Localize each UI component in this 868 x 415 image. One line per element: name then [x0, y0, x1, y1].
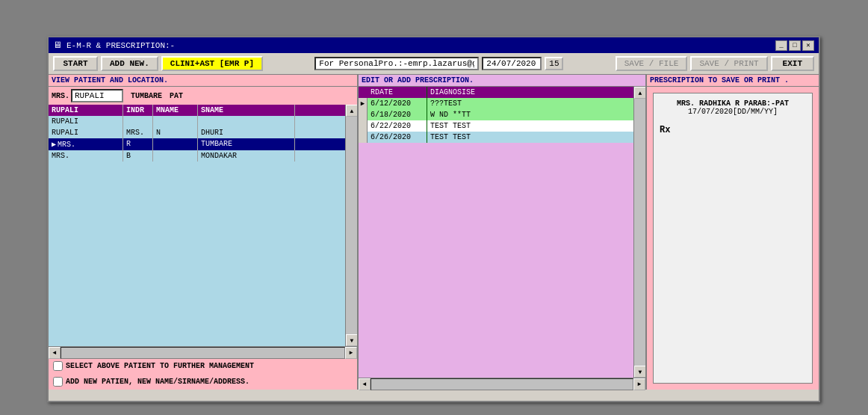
- rx-date: 6/12/2020: [368, 98, 427, 109]
- close-button[interactable]: ✕: [802, 40, 814, 51]
- col2-label: TUMBARE: [131, 92, 162, 100]
- rx-diag: W ND **TT: [427, 109, 645, 120]
- patient-table-hscrollbar[interactable]: ◄ ►: [49, 346, 357, 358]
- prescription-patient-name: MRS. RADHIKA R PARAB:-PAT: [660, 99, 806, 108]
- scroll-h-track[interactable]: [371, 378, 633, 390]
- right-section-label: PRESCRIPTION TO SAVE OR PRINT .: [647, 75, 819, 87]
- email-field[interactable]: [314, 57, 479, 70]
- rx-table-hscrollbar[interactable]: ◄ ►: [359, 378, 645, 390]
- col3-label: PAT: [170, 92, 183, 100]
- cell-sname: TUMBARE: [198, 138, 295, 150]
- search-input[interactable]: [71, 89, 123, 102]
- save-print-button[interactable]: SAVE / PRINT: [690, 56, 767, 71]
- cell-name: RUPALI: [49, 116, 123, 127]
- row-arrow: [359, 109, 368, 120]
- search-prefix: MRS.: [52, 92, 69, 100]
- rx-symbol: Rx: [660, 125, 806, 135]
- app-icon: 🖥: [53, 40, 62, 51]
- mid-section-label: EDIT OR ADD PRESCRIPTION.: [359, 75, 645, 87]
- cell-indr: R: [123, 138, 153, 150]
- header-diag: DIAGNOSISE: [427, 87, 645, 98]
- cell-mname: [153, 116, 198, 127]
- save-file-button[interactable]: SAVE / FILE: [616, 56, 688, 71]
- table-row[interactable]: RUPALI: [49, 116, 357, 127]
- prescription-table-container: RDATE DIAGNOSISE ▶ 6/12/2020 ???TEST 6/1…: [359, 87, 645, 378]
- minimize-button[interactable]: _: [775, 40, 787, 51]
- scroll-down-btn[interactable]: ▼: [634, 366, 645, 378]
- cell-sname: MONDAKAR: [198, 150, 295, 162]
- rx-table-header: RDATE DIAGNOSISE: [359, 87, 645, 98]
- scroll-v-track[interactable]: [346, 117, 357, 334]
- table-row[interactable]: ▶MRS. R TUMBARE: [49, 138, 357, 150]
- main-area: VIEW PATIENT AND LOCATION. MRS. TUMBARE …: [49, 75, 819, 390]
- clinic-button[interactable]: CLINI+AST [EMR P]: [161, 56, 263, 71]
- cell-name: ▶MRS.: [49, 138, 123, 150]
- select-patient-label: SELECT ABOVE PATIENT TO FURTHER MANAGEME…: [66, 362, 254, 370]
- rx-diag: TEST TEST: [427, 132, 645, 143]
- scroll-right-btn[interactable]: ►: [633, 378, 645, 390]
- table-row[interactable]: MRS. B MONDAKAR: [49, 150, 357, 162]
- title-bar: 🖥 E-M-R & PRESCRIPTION:- _ □ ✕: [49, 37, 819, 53]
- row-arrow: ▶: [359, 98, 368, 109]
- table-row[interactable]: RUPALI MRS. N DHURI: [49, 127, 357, 138]
- scroll-up-btn[interactable]: ▲: [346, 105, 357, 117]
- scroll-left-btn[interactable]: ◄: [359, 378, 371, 390]
- rx-row[interactable]: 6/22/2020 TEST TEST: [359, 120, 645, 132]
- patient-table-vscrollbar[interactable]: ▲ ▼: [345, 105, 357, 346]
- rx-diag: ???TEST: [427, 98, 645, 109]
- rx-diag: TEST TEST: [427, 120, 645, 132]
- add-patient-label: ADD NEW PATIEN, NEW NAME/SIRNAME/ADDRESS…: [66, 378, 249, 386]
- add-patient-checkbox[interactable]: [53, 377, 63, 387]
- right-panel: PRESCRIPTION TO SAVE OR PRINT . MRS. RAD…: [647, 75, 819, 390]
- maximize-button[interactable]: □: [789, 40, 801, 51]
- cell-mname: [153, 150, 198, 162]
- patient-table-container: RUPALI INDR MNAME SNAME RUPALI RUP: [49, 105, 357, 346]
- add-new-button[interactable]: ADD NEW.: [101, 56, 158, 71]
- row-arrow: [359, 120, 368, 132]
- rx-date: 6/18/2020: [368, 109, 427, 120]
- scroll-left-btn[interactable]: ◄: [49, 347, 61, 359]
- rx-row[interactable]: 6/18/2020 W ND **TT: [359, 109, 645, 120]
- header-col1: RUPALI: [49, 105, 123, 116]
- scroll-up-btn[interactable]: ▲: [634, 87, 645, 99]
- cell-indr: [123, 116, 153, 127]
- cell-indr: B: [123, 150, 153, 162]
- cell-name: RUPALI: [49, 127, 123, 138]
- checkbox-row-2: ADD NEW PATIEN, NEW NAME/SIRNAME/ADDRESS…: [49, 374, 357, 390]
- header-rdate: RDATE: [368, 87, 427, 98]
- header-indr: INDR: [123, 105, 153, 116]
- cell-mname: N: [153, 127, 198, 138]
- mid-panel: EDIT OR ADD PRESCRIPTION. RDATE DIAGNOSI…: [359, 75, 647, 390]
- cell-indr: MRS.: [123, 127, 153, 138]
- patient-table-header: RUPALI INDR MNAME SNAME: [49, 105, 357, 116]
- window-title: E-M-R & PRESCRIPTION:-: [66, 41, 175, 50]
- select-patient-checkbox[interactable]: [53, 361, 63, 371]
- prescription-preview: MRS. RADHIKA R PARAB:-PAT 17/07/2020[DD/…: [653, 93, 813, 384]
- rx-date: 6/22/2020: [368, 120, 427, 132]
- rx-date: 6/26/2020: [368, 132, 427, 143]
- cell-name: MRS.: [49, 150, 123, 162]
- scroll-v-track[interactable]: [634, 99, 645, 366]
- date-field[interactable]: [482, 57, 542, 70]
- calendar-button[interactable]: 15: [545, 57, 563, 70]
- row-arrow: [359, 132, 368, 143]
- prescription-date: 17/07/2020[DD/MM/YY]: [660, 108, 806, 116]
- cell-sname: [198, 116, 295, 127]
- header-sname: SNAME: [198, 105, 295, 116]
- scroll-h-track[interactable]: [61, 347, 345, 359]
- scroll-down-btn[interactable]: ▼: [346, 334, 357, 346]
- rx-row[interactable]: ▶ 6/12/2020 ???TEST: [359, 98, 645, 109]
- left-panel: VIEW PATIENT AND LOCATION. MRS. TUMBARE …: [49, 75, 359, 390]
- toolbar: START ADD NEW. CLINI+AST [EMR P] 15 SAVE…: [49, 53, 819, 75]
- rx-table-vscrollbar[interactable]: ▲ ▼: [633, 87, 645, 378]
- start-button[interactable]: START: [53, 56, 98, 71]
- cell-sname: DHURI: [198, 127, 295, 138]
- left-section-label: VIEW PATIENT AND LOCATION.: [49, 75, 357, 87]
- cell-mname: [153, 138, 198, 150]
- scroll-right-btn[interactable]: ►: [345, 347, 357, 359]
- rx-row[interactable]: 6/26/2020 TEST TEST: [359, 132, 645, 143]
- checkbox-row-1: SELECT ABOVE PATIENT TO FURTHER MANAGEME…: [49, 358, 357, 374]
- exit-button[interactable]: EXIT: [771, 56, 814, 71]
- header-mname: MNAME: [153, 105, 198, 116]
- patient-search-row: MRS. TUMBARE PAT: [49, 87, 357, 105]
